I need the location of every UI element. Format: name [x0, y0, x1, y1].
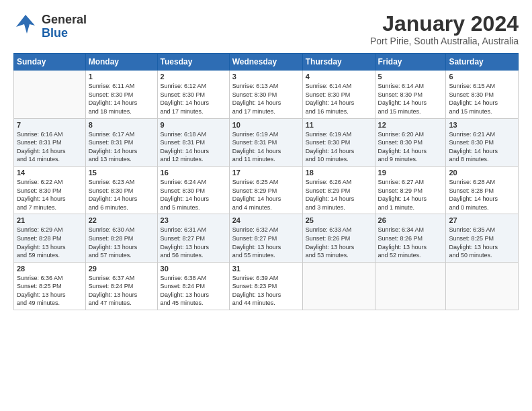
table-row: 12Sunrise: 6:20 AM Sunset: 8:30 PM Dayli… [375, 118, 446, 166]
header-monday: Monday [85, 54, 157, 71]
location: Port Pirie, South Australia, Australia [370, 36, 519, 46]
day-number: 31 [232, 265, 300, 273]
day-info: Sunrise: 6:23 AM Sunset: 8:30 PM Dayligh… [89, 178, 154, 212]
day-number: 21 [17, 216, 83, 224]
day-info: Sunrise: 6:13 AM Sunset: 8:30 PM Dayligh… [232, 82, 300, 116]
day-number: 19 [378, 169, 443, 177]
header-saturday: Saturday [446, 54, 519, 71]
day-number: 2 [161, 73, 226, 81]
day-number: 13 [449, 121, 515, 129]
day-info: Sunrise: 6:15 AM Sunset: 8:30 PM Dayligh… [449, 82, 515, 116]
table-row [446, 262, 519, 310]
table-row: 28Sunrise: 6:36 AM Sunset: 8:25 PM Dayli… [14, 262, 86, 310]
day-number: 16 [161, 169, 226, 177]
day-info: Sunrise: 6:37 AM Sunset: 8:24 PM Dayligh… [89, 274, 154, 308]
day-number: 10 [232, 121, 300, 129]
header-sunday: Sunday [14, 54, 86, 71]
table-row [14, 71, 86, 118]
table-row: 23Sunrise: 6:31 AM Sunset: 8:27 PM Dayli… [157, 214, 229, 262]
day-info: Sunrise: 6:12 AM Sunset: 8:30 PM Dayligh… [161, 82, 226, 116]
day-number: 3 [232, 73, 300, 81]
table-row: 18Sunrise: 6:26 AM Sunset: 8:29 PM Dayli… [302, 166, 375, 214]
day-number: 5 [378, 73, 443, 81]
table-row: 31Sunrise: 6:39 AM Sunset: 8:23 PM Dayli… [229, 262, 302, 310]
table-row: 11Sunrise: 6:19 AM Sunset: 8:30 PM Dayli… [302, 118, 375, 166]
day-info: Sunrise: 6:18 AM Sunset: 8:31 PM Dayligh… [161, 130, 226, 164]
day-info: Sunrise: 6:26 AM Sunset: 8:29 PM Dayligh… [306, 178, 372, 212]
logo: General Blue [13, 12, 87, 41]
table-row: 21Sunrise: 6:29 AM Sunset: 8:28 PM Dayli… [14, 214, 86, 262]
day-info: Sunrise: 6:24 AM Sunset: 8:30 PM Dayligh… [161, 178, 226, 212]
day-number: 29 [89, 265, 154, 273]
table-row: 15Sunrise: 6:23 AM Sunset: 8:30 PM Dayli… [85, 166, 157, 214]
day-info: Sunrise: 6:35 AM Sunset: 8:25 PM Dayligh… [449, 226, 515, 259]
day-info: Sunrise: 6:17 AM Sunset: 8:31 PM Dayligh… [89, 130, 154, 164]
day-info: Sunrise: 6:33 AM Sunset: 8:26 PM Dayligh… [306, 226, 372, 259]
day-info: Sunrise: 6:36 AM Sunset: 8:25 PM Dayligh… [17, 274, 83, 308]
logo-general-text: General [42, 13, 87, 27]
day-number: 28 [17, 265, 83, 273]
day-info: Sunrise: 6:25 AM Sunset: 8:29 PM Dayligh… [232, 178, 300, 212]
day-info: Sunrise: 6:27 AM Sunset: 8:29 PM Dayligh… [378, 178, 443, 212]
table-row: 1Sunrise: 6:11 AM Sunset: 8:30 PM Daylig… [85, 71, 157, 118]
table-row: 20Sunrise: 6:28 AM Sunset: 8:28 PM Dayli… [446, 166, 519, 214]
table-row: 30Sunrise: 6:38 AM Sunset: 8:24 PM Dayli… [157, 262, 229, 310]
table-row: 27Sunrise: 6:35 AM Sunset: 8:25 PM Dayli… [446, 214, 519, 262]
day-number: 1 [89, 73, 154, 81]
table-row: 2Sunrise: 6:12 AM Sunset: 8:30 PM Daylig… [157, 71, 229, 118]
table-row: 17Sunrise: 6:25 AM Sunset: 8:29 PM Dayli… [229, 166, 302, 214]
day-number: 14 [17, 169, 83, 177]
table-row: 24Sunrise: 6:32 AM Sunset: 8:27 PM Dayli… [229, 214, 302, 262]
day-number: 11 [306, 121, 372, 129]
day-info: Sunrise: 6:11 AM Sunset: 8:30 PM Dayligh… [89, 82, 154, 116]
day-info: Sunrise: 6:34 AM Sunset: 8:26 PM Dayligh… [378, 226, 443, 259]
calendar-header-row: Sunday Monday Tuesday Wednesday Thursday… [14, 54, 519, 71]
day-info: Sunrise: 6:14 AM Sunset: 8:30 PM Dayligh… [306, 82, 372, 116]
day-info: Sunrise: 6:28 AM Sunset: 8:28 PM Dayligh… [449, 178, 515, 212]
logo-blue-text: Blue [42, 27, 87, 40]
day-number: 6 [449, 73, 515, 81]
logo-words: General Blue [42, 13, 87, 40]
table-row: 14Sunrise: 6:22 AM Sunset: 8:30 PM Dayli… [14, 166, 86, 214]
day-number: 22 [89, 216, 154, 224]
table-row: 10Sunrise: 6:19 AM Sunset: 8:31 PM Dayli… [229, 118, 302, 166]
table-row: 7Sunrise: 6:16 AM Sunset: 8:31 PM Daylig… [14, 118, 86, 166]
table-row: 25Sunrise: 6:33 AM Sunset: 8:26 PM Dayli… [302, 214, 375, 262]
day-info: Sunrise: 6:14 AM Sunset: 8:30 PM Dayligh… [378, 82, 443, 116]
month-title: January 2024 [370, 12, 519, 36]
svg-marker-0 [16, 15, 35, 34]
logo-icon [13, 12, 38, 41]
table-row: 19Sunrise: 6:27 AM Sunset: 8:29 PM Dayli… [375, 166, 446, 214]
day-info: Sunrise: 6:29 AM Sunset: 8:28 PM Dayligh… [17, 226, 83, 259]
day-number: 30 [161, 265, 226, 273]
day-number: 24 [232, 216, 300, 224]
day-number: 15 [89, 169, 154, 177]
day-number: 12 [378, 121, 443, 129]
table-row: 3Sunrise: 6:13 AM Sunset: 8:30 PM Daylig… [229, 71, 302, 118]
title-section: January 2024 Port Pirie, South Australia… [370, 12, 519, 46]
header-friday: Friday [375, 54, 446, 71]
day-info: Sunrise: 6:19 AM Sunset: 8:31 PM Dayligh… [232, 130, 300, 164]
day-info: Sunrise: 6:38 AM Sunset: 8:24 PM Dayligh… [161, 274, 226, 308]
table-row: 29Sunrise: 6:37 AM Sunset: 8:24 PM Dayli… [85, 262, 157, 310]
header-tuesday: Tuesday [157, 54, 229, 71]
table-row: 6Sunrise: 6:15 AM Sunset: 8:30 PM Daylig… [446, 71, 519, 118]
day-number: 9 [161, 121, 226, 129]
table-row: 22Sunrise: 6:30 AM Sunset: 8:28 PM Dayli… [85, 214, 157, 262]
day-number: 17 [232, 169, 300, 177]
header-thursday: Thursday [302, 54, 375, 71]
table-row [375, 262, 446, 310]
day-number: 18 [306, 169, 372, 177]
day-number: 25 [306, 216, 372, 224]
day-info: Sunrise: 6:39 AM Sunset: 8:23 PM Dayligh… [232, 274, 300, 308]
day-number: 23 [161, 216, 226, 224]
table-row: 16Sunrise: 6:24 AM Sunset: 8:30 PM Dayli… [157, 166, 229, 214]
table-row: 13Sunrise: 6:21 AM Sunset: 8:30 PM Dayli… [446, 118, 519, 166]
day-number: 20 [449, 169, 515, 177]
day-info: Sunrise: 6:21 AM Sunset: 8:30 PM Dayligh… [449, 130, 515, 164]
table-row: 26Sunrise: 6:34 AM Sunset: 8:26 PM Dayli… [375, 214, 446, 262]
day-info: Sunrise: 6:16 AM Sunset: 8:31 PM Dayligh… [17, 130, 83, 164]
day-number: 26 [378, 216, 443, 224]
table-row: 4Sunrise: 6:14 AM Sunset: 8:30 PM Daylig… [302, 71, 375, 118]
day-number: 8 [89, 121, 154, 129]
